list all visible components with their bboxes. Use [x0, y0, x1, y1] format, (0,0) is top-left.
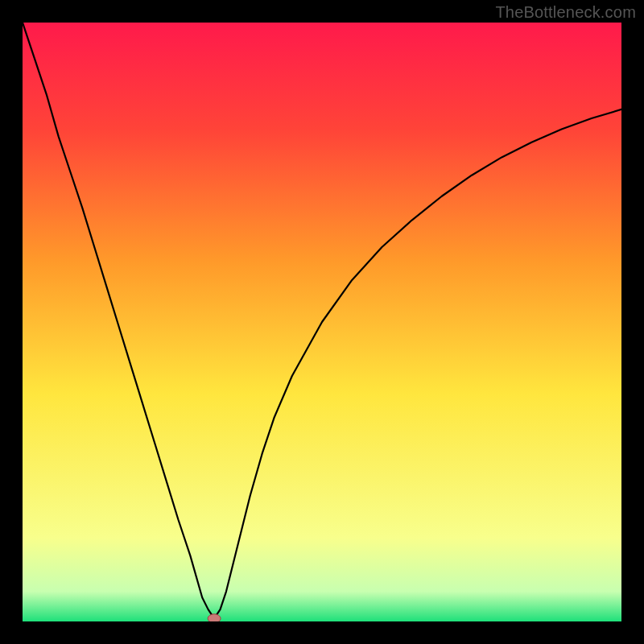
chart-frame: TheBottleneck.com	[0, 0, 644, 644]
watermark-text: TheBottleneck.com	[495, 3, 636, 22]
notch-marker	[208, 614, 221, 621]
chart-svg	[23, 23, 621, 621]
plot-area	[23, 23, 621, 621]
